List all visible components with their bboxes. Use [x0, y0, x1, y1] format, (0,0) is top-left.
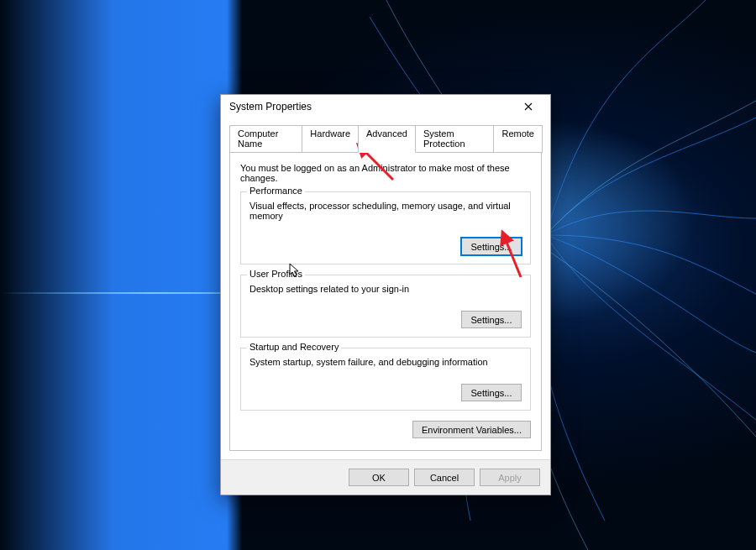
system-properties-dialog: System Properties Computer Name Hardware… — [220, 94, 551, 495]
user-profiles-settings-button[interactable]: Settings... — [461, 311, 522, 328]
performance-settings-button[interactable]: Settings... — [461, 238, 522, 255]
tab-system-protection[interactable]: System Protection — [415, 125, 495, 153]
tab-hardware[interactable]: Hardware — [302, 125, 359, 153]
tab-computer-name[interactable]: Computer Name — [229, 125, 302, 153]
group-startup-title: Startup and Recovery — [247, 342, 341, 352]
group-performance: Performance Visual effects, processor sc… — [240, 191, 531, 265]
tab-strip: Computer Name Hardware Advanced System P… — [221, 118, 550, 153]
admin-notice: You must be logged on as an Administrato… — [240, 163, 531, 183]
dialog-title: System Properties — [229, 101, 512, 113]
startup-settings-button[interactable]: Settings... — [461, 384, 522, 401]
group-performance-title: Performance — [247, 186, 305, 196]
close-icon — [524, 102, 533, 111]
cancel-button[interactable]: Cancel — [414, 469, 475, 486]
close-button[interactable] — [512, 97, 545, 116]
group-startup-recovery: Startup and Recovery System startup, sys… — [240, 348, 531, 411]
group-performance-desc: Visual effects, processor scheduling, me… — [249, 201, 522, 221]
tab-advanced[interactable]: Advanced — [358, 125, 416, 153]
tab-remote[interactable]: Remote — [493, 125, 543, 153]
ok-button[interactable]: OK — [349, 469, 409, 486]
environment-variables-button[interactable]: Environment Variables... — [412, 421, 531, 438]
group-startup-desc: System startup, system failure, and debu… — [249, 357, 522, 367]
group-user-profiles-desc: Desktop settings related to your sign-in — [249, 284, 522, 294]
group-user-profiles: User Profiles Desktop settings related t… — [240, 275, 531, 338]
apply-button[interactable]: Apply — [480, 469, 540, 486]
dialog-button-bar: OK Cancel Apply — [221, 459, 550, 495]
tab-panel-advanced: You must be logged on as an Administrato… — [229, 152, 542, 451]
group-user-profiles-title: User Profiles — [247, 269, 305, 279]
titlebar[interactable]: System Properties — [221, 95, 550, 118]
